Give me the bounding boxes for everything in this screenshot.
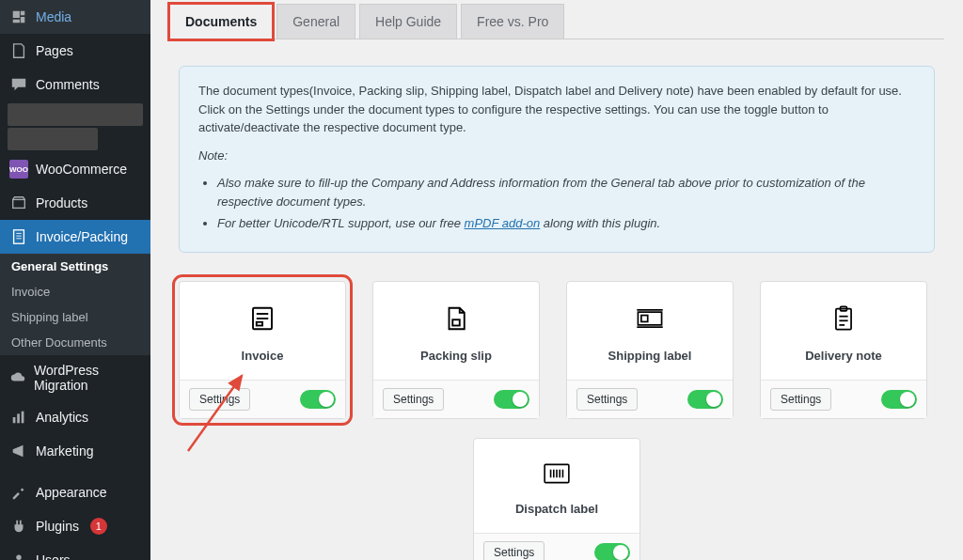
notice-bullet-1: Also make sure to fill-up the Company an… <box>217 174 915 210</box>
sidebar-item-label: Plugins <box>36 519 79 534</box>
plugins-badge: 1 <box>90 518 107 535</box>
tab-documents[interactable]: Documents <box>169 4 273 39</box>
analytics-icon <box>9 408 28 427</box>
sidebar-item-label: Comments <box>36 77 100 92</box>
tab-help-guide[interactable]: Help Guide <box>359 4 457 39</box>
submenu-general-settings[interactable]: General Settings <box>0 254 150 279</box>
sidebar-item-label: Users <box>36 552 71 560</box>
shipping-label-icon <box>635 304 665 339</box>
sidebar-item-label: WordPress Migration <box>34 363 141 393</box>
delivery-note-settings-button[interactable]: Settings <box>770 388 831 411</box>
packing-slip-icon <box>442 304 470 339</box>
packing-slip-settings-button[interactable]: Settings <box>383 388 444 411</box>
sidebar-item-invoice-packing[interactable]: Invoice/Packing <box>0 220 150 254</box>
main-content: Documents General Help Guide Free vs. Pr… <box>150 0 963 560</box>
sidebar-placeholder <box>8 128 98 150</box>
tabs: Documents General Help Guide Free vs. Pr… <box>169 0 944 39</box>
appearance-icon <box>9 483 28 502</box>
sidebar-item-products[interactable]: Products <box>0 186 150 220</box>
sidebar-placeholder <box>8 103 143 126</box>
sidebar-item-label: Pages <box>36 43 73 58</box>
sidebar-item-label: Media <box>36 9 71 24</box>
comments-icon <box>9 75 28 94</box>
svg-rect-5 <box>13 417 16 423</box>
sidebar-item-users[interactable]: Users <box>0 543 150 560</box>
card-title: Delivery note <box>805 349 882 363</box>
sidebar-item-appearance[interactable]: Appearance <box>0 475 150 509</box>
invoice-toggle[interactable] <box>300 390 336 409</box>
packing-slip-toggle[interactable] <box>494 390 529 409</box>
card-shipping-label: Shipping label Settings <box>566 281 734 419</box>
card-title: Shipping label <box>608 349 692 363</box>
card-packing-slip: Packing slip Settings <box>372 281 540 419</box>
sidebar-item-label: Invoice/Packing <box>36 229 128 244</box>
svg-rect-1 <box>14 230 24 243</box>
tab-free-vs-pro[interactable]: Free vs. Pro <box>461 4 564 39</box>
svg-rect-7 <box>22 412 24 424</box>
svg-rect-12 <box>257 321 262 325</box>
sidebar-item-label: WooCommerce <box>36 162 127 177</box>
card-title: Dispatch label <box>515 502 598 516</box>
shipping-label-settings-button[interactable]: Settings <box>576 388 638 411</box>
card-delivery-note: Delivery note Settings <box>760 281 927 419</box>
submenu-other-documents[interactable]: Other Documents <box>0 330 150 355</box>
svg-rect-15 <box>641 315 648 321</box>
notice-main-text: The document types(Invoice, Packing slip… <box>198 82 915 137</box>
sidebar-item-media[interactable]: Media <box>0 0 150 34</box>
admin-sidebar: Media Pages Comments WOO WooCommerce Pro… <box>0 0 150 560</box>
sidebar-item-wp-migration[interactable]: WordPress Migration <box>0 355 150 400</box>
svg-rect-18 <box>836 308 851 329</box>
card-title: Packing slip <box>420 349 492 363</box>
svg-rect-6 <box>17 413 20 423</box>
sidebar-item-comments[interactable]: Comments <box>0 68 150 101</box>
svg-point-8 <box>16 555 21 560</box>
woocommerce-icon: WOO <box>9 160 28 179</box>
sidebar-item-label: Products <box>36 195 87 210</box>
cloud-icon <box>9 368 26 387</box>
sidebar-item-woocommerce[interactable]: WOO WooCommerce <box>0 152 150 186</box>
sidebar-item-analytics[interactable]: Analytics <box>0 400 150 434</box>
svg-rect-13 <box>452 319 460 325</box>
invoice-icon <box>9 227 28 246</box>
pages-icon <box>9 41 28 60</box>
sidebar-item-plugins[interactable]: Plugins 1 <box>0 509 150 543</box>
document-cards-row-2: Dispatch label Settings <box>169 428 944 561</box>
shipping-label-toggle[interactable] <box>687 390 723 409</box>
delivery-note-toggle[interactable] <box>881 390 917 409</box>
sidebar-item-label: Marketing <box>36 443 93 459</box>
sidebar-item-label: Analytics <box>36 410 88 425</box>
products-icon <box>9 194 28 212</box>
media-icon <box>9 8 28 26</box>
sidebar-item-marketing[interactable]: Marketing <box>0 434 150 468</box>
card-invoice: Invoice Settings <box>179 281 346 419</box>
submenu-invoice[interactable]: Invoice <box>0 279 150 304</box>
invoice-doc-icon <box>248 304 276 339</box>
tab-general[interactable]: General <box>276 4 355 39</box>
card-dispatch-label: Dispatch label Settings <box>473 438 640 561</box>
dispatch-label-icon <box>543 461 571 492</box>
notice-note-label: Note: <box>198 148 228 163</box>
sidebar-submenu: General Settings Invoice Shipping label … <box>0 254 150 355</box>
sidebar-item-pages[interactable]: Pages <box>0 34 150 68</box>
document-cards-row-1: Invoice Settings Packing slip Settings <box>169 272 944 428</box>
plugins-icon <box>9 517 28 536</box>
mpdf-addon-link[interactable]: mPDF add-on <box>465 216 541 230</box>
notice-bullet-2: For better Unicode/RTL support, use our … <box>217 214 915 233</box>
delivery-note-icon <box>830 304 857 339</box>
sidebar-item-label: Appearance <box>36 485 107 500</box>
invoice-settings-button[interactable]: Settings <box>189 388 250 411</box>
dispatch-label-toggle[interactable] <box>594 543 630 561</box>
marketing-icon <box>9 442 28 460</box>
users-icon <box>9 551 28 560</box>
submenu-shipping-label[interactable]: Shipping label <box>0 304 150 330</box>
svg-rect-0 <box>13 199 25 208</box>
dispatch-label-settings-button[interactable]: Settings <box>483 541 545 561</box>
info-notice: The document types(Invoice, Packing slip… <box>179 66 935 253</box>
card-title: Invoice <box>242 349 284 363</box>
